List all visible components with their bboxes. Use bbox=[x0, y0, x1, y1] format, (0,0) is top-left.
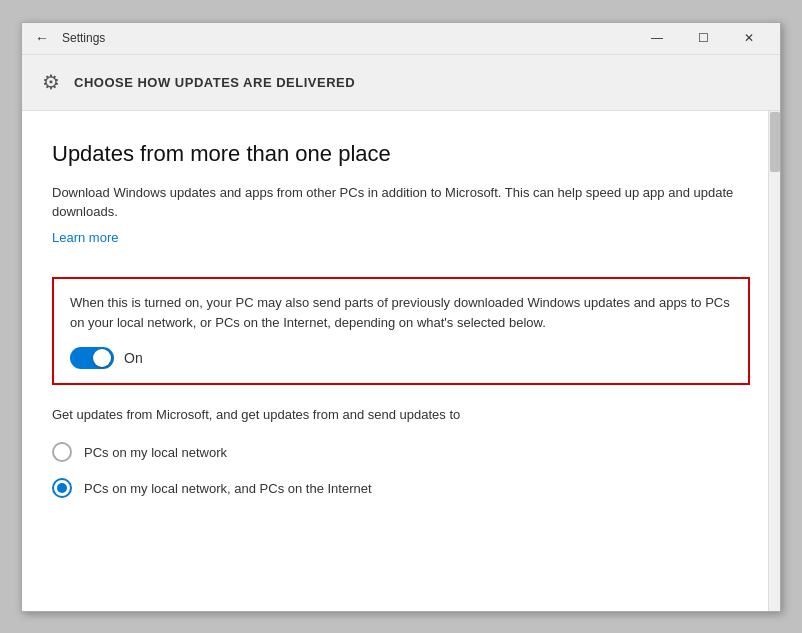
radio-button-internet[interactable] bbox=[52, 478, 72, 498]
warning-text: When this is turned on, your PC may also… bbox=[70, 293, 732, 333]
gear-icon: ⚙ bbox=[42, 70, 60, 94]
description-text: Download Windows updates and apps from o… bbox=[52, 183, 750, 222]
radio-button-local[interactable] bbox=[52, 442, 72, 462]
section-title: Updates from more than one place bbox=[52, 141, 750, 167]
page-title: CHOOSE HOW UPDATES ARE DELIVERED bbox=[74, 75, 355, 90]
radio-label-local: PCs on my local network bbox=[84, 445, 227, 460]
toggle-row: On bbox=[70, 347, 732, 369]
title-bar: ← Settings — ☐ ✕ bbox=[22, 23, 780, 55]
maximize-button[interactable]: ☐ bbox=[680, 22, 726, 54]
back-button[interactable]: ← bbox=[30, 26, 54, 50]
page-header: ⚙ CHOOSE HOW UPDATES ARE DELIVERED bbox=[22, 55, 780, 111]
window-title: Settings bbox=[62, 31, 105, 45]
toggle-knob bbox=[93, 349, 111, 367]
radio-option-internet[interactable]: PCs on my local network, and PCs on the … bbox=[52, 478, 750, 498]
warning-box: When this is turned on, your PC may also… bbox=[52, 277, 750, 385]
scrollbar[interactable] bbox=[768, 111, 780, 611]
radio-label-internet: PCs on my local network, and PCs on the … bbox=[84, 481, 372, 496]
minimize-button[interactable]: — bbox=[634, 22, 680, 54]
page-content: Updates from more than one place Downloa… bbox=[22, 111, 780, 611]
title-bar-controls: — ☐ ✕ bbox=[634, 22, 772, 54]
close-button[interactable]: ✕ bbox=[726, 22, 772, 54]
toggle-label: On bbox=[124, 350, 143, 366]
toggle-switch[interactable] bbox=[70, 347, 114, 369]
learn-more-link[interactable]: Learn more bbox=[52, 230, 118, 245]
settings-window: ← Settings — ☐ ✕ ⚙ CHOOSE HOW UPDATES AR… bbox=[21, 22, 781, 612]
updates-description: Get updates from Microsoft, and get upda… bbox=[52, 405, 750, 425]
title-bar-left: ← Settings bbox=[30, 26, 634, 50]
scrollbar-thumb[interactable] bbox=[770, 112, 780, 172]
radio-option-local[interactable]: PCs on my local network bbox=[52, 442, 750, 462]
